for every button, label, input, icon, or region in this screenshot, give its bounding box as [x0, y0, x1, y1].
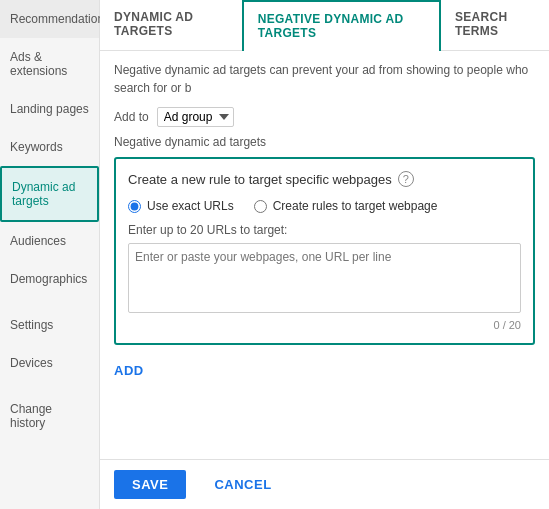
- sidebar-item-settings[interactable]: Settings: [0, 306, 99, 344]
- radio-use-exact-urls-input[interactable]: [128, 200, 141, 213]
- save-button[interactable]: SAVE: [114, 470, 186, 499]
- sidebar-item-landing-pages[interactable]: Landing pages: [0, 90, 99, 128]
- sidebar-item-change-history[interactable]: Change history: [0, 390, 99, 442]
- tab-dynamic-ad-targets[interactable]: DYNAMIC AD TARGETS: [100, 0, 242, 50]
- sidebar-item-demographics[interactable]: Demographics: [0, 260, 99, 298]
- section-label: Negative dynamic ad targets: [114, 135, 535, 149]
- sidebar: Recommendations Ads & extensions Landing…: [0, 0, 100, 509]
- add-to-label: Add to: [114, 110, 149, 124]
- main-panel: DYNAMIC AD TARGETS NEGATIVE DYNAMIC AD T…: [100, 0, 549, 509]
- add-to-row: Add to Ad group: [114, 107, 535, 127]
- radio-create-rules-input[interactable]: [254, 200, 267, 213]
- char-count: 0 / 20: [128, 319, 521, 331]
- rule-title: Create a new rule to target specific web…: [128, 171, 521, 187]
- help-icon[interactable]: ?: [398, 171, 414, 187]
- tabs-bar: DYNAMIC AD TARGETS NEGATIVE DYNAMIC AD T…: [100, 0, 549, 51]
- tab-negative-dynamic-ad-targets[interactable]: NEGATIVE DYNAMIC AD TARGETS: [242, 0, 441, 51]
- sidebar-item-keywords[interactable]: Keywords: [0, 128, 99, 166]
- add-link[interactable]: ADD: [114, 363, 144, 378]
- sidebar-item-ads-extensions[interactable]: Ads & extensions: [0, 38, 99, 90]
- sidebar-item-audiences[interactable]: Audiences: [0, 222, 99, 260]
- tab-search-terms[interactable]: SEARCH TERMS: [441, 0, 549, 50]
- radio-create-rules[interactable]: Create rules to target webpage: [254, 199, 438, 213]
- cancel-button[interactable]: CANCEL: [196, 470, 289, 499]
- footer: SAVE CANCEL: [100, 459, 549, 509]
- radio-use-exact-urls[interactable]: Use exact URLs: [128, 199, 234, 213]
- sidebar-item-dynamic-ad-targets[interactable]: Dynamic ad targets: [0, 166, 99, 222]
- url-textarea[interactable]: [128, 243, 521, 313]
- sidebar-item-recommendations[interactable]: Recommendations: [0, 0, 99, 38]
- url-label: Enter up to 20 URLs to target:: [128, 223, 521, 237]
- radio-options-row: Use exact URLs Create rules to target we…: [128, 199, 521, 213]
- add-to-select[interactable]: Ad group: [157, 107, 234, 127]
- content-area: Negative dynamic ad targets can prevent …: [100, 51, 549, 459]
- description-text: Negative dynamic ad targets can prevent …: [114, 61, 535, 97]
- sidebar-item-devices[interactable]: Devices: [0, 344, 99, 382]
- rule-box: Create a new rule to target specific web…: [114, 157, 535, 345]
